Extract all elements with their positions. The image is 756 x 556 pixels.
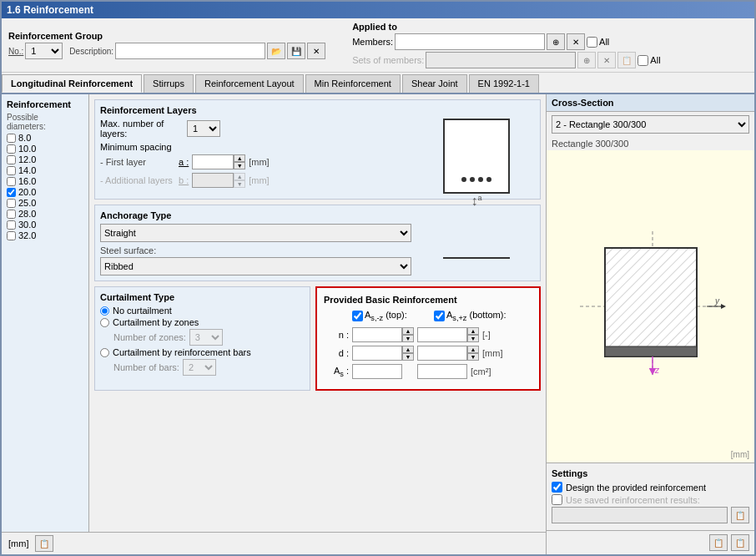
- cross-section-svg: y z: [572, 223, 730, 390]
- steel-surface-select[interactable]: Ribbed Smooth: [100, 257, 411, 275]
- design-label: Design the provided reinforcement: [566, 483, 706, 493]
- d-bottom-down[interactable]: ▼: [467, 353, 479, 361]
- main-content: Reinforcement Possible diameters: 8.010.…: [2, 94, 754, 554]
- diameter-checkbox[interactable]: [7, 210, 16, 219]
- tab-longitudinal[interactable]: Longitudinal Reinforcement: [2, 74, 142, 93]
- members-input[interactable]: 7: [395, 33, 545, 50]
- no-curtailment-radio[interactable]: [100, 306, 109, 316]
- add-layers-label: - Additional layers: [100, 175, 175, 185]
- cross-section-name: Rectangle 300/300: [547, 137, 754, 150]
- num-bars-select[interactable]: 2: [183, 359, 216, 376]
- provided-title: Provided Basic Reinforcement: [324, 295, 532, 305]
- n-bottom-up[interactable]: ▲: [467, 327, 479, 335]
- svg-rect-4: [605, 248, 697, 356]
- anchorage-section: Anchorage Type Straight Hook Loop Steel …: [94, 205, 541, 281]
- saved-results-input[interactable]: [552, 507, 728, 523]
- curtailment-by-bars-radio[interactable]: [100, 348, 109, 357]
- diameter-checkbox[interactable]: [7, 199, 16, 208]
- list-item: 25.0: [7, 198, 83, 208]
- bottom-btn1[interactable]: 📋: [35, 535, 53, 552]
- list-item: 30.0: [7, 220, 83, 230]
- as-top-input[interactable]: 4.62: [352, 364, 402, 379]
- no-label: No.:: [8, 47, 23, 56]
- list-item: 32.0: [7, 230, 83, 240]
- sets-btn1[interactable]: ⊕: [577, 52, 596, 68]
- main-window: 1.6 Reinforcement Reinforcement Group No…: [0, 0, 756, 556]
- list-item: 20.0: [7, 187, 83, 197]
- anchorage-type-select[interactable]: Straight Hook Loop: [100, 224, 411, 242]
- list-item: 12.0: [7, 154, 83, 164]
- tab-en1992[interactable]: EN 1992-1-1: [469, 74, 539, 93]
- diameter-checkbox[interactable]: [7, 144, 16, 154]
- list-item: 10.0: [7, 144, 83, 154]
- save-button[interactable]: 💾: [287, 43, 305, 59]
- sets-input[interactable]: [426, 52, 576, 68]
- n-bottom-down[interactable]: ▼: [467, 335, 479, 342]
- first-layer-a-label: a :: [179, 157, 189, 167]
- tab-shear-joint[interactable]: Shear Joint: [402, 74, 467, 93]
- delete-button[interactable]: ✕: [307, 43, 325, 59]
- bottom-checkbox[interactable]: [434, 311, 445, 321]
- as-unit: [cm²]: [471, 366, 504, 377]
- add-layers-b-input[interactable]: [192, 173, 234, 188]
- n-top-input[interactable]: 3: [352, 327, 402, 342]
- sets-btn3[interactable]: 📋: [617, 52, 636, 68]
- add-layers-b-label: b :: [179, 175, 189, 185]
- cross-section-select[interactable]: 2 - Rectangle 300/300: [552, 115, 749, 134]
- tab-layout[interactable]: Reinforcement Layout: [195, 74, 304, 93]
- saved-results-btn[interactable]: 📋: [731, 507, 749, 523]
- all-checkbox2[interactable]: [638, 55, 648, 66]
- diameter-checkbox[interactable]: [7, 220, 16, 230]
- n-label: n :: [324, 330, 349, 340]
- curtailment-by-zones-radio[interactable]: [100, 318, 109, 327]
- diameter-checkbox[interactable]: [7, 134, 16, 143]
- right-bottom-bar: 📋 📋: [547, 530, 754, 554]
- members-btn1[interactable]: ⊕: [547, 33, 565, 50]
- use-saved-checkbox[interactable]: [552, 494, 562, 505]
- diameter-checkbox[interactable]: [7, 177, 16, 186]
- first-layer-a-up[interactable]: ▲: [234, 154, 245, 162]
- sets-btn2[interactable]: ✕: [597, 52, 616, 68]
- curtailment-by-zones-label: Curtailment by zones: [113, 317, 199, 327]
- open-button[interactable]: 📂: [267, 43, 285, 59]
- right-btn1[interactable]: 📋: [709, 534, 728, 551]
- as-bottom-input[interactable]: 4.62: [417, 364, 467, 379]
- diameter-checkbox[interactable]: [7, 166, 16, 175]
- svg-rect-5: [605, 346, 697, 356]
- d-bottom-input[interactable]: 14.0: [417, 346, 467, 361]
- top-checkbox[interactable]: [352, 311, 363, 321]
- max-layers-select[interactable]: 1 2 3: [187, 120, 220, 137]
- first-layer-a-input[interactable]: 20.0: [192, 154, 234, 169]
- tab-min-reinforcement[interactable]: Min Reinforcement: [305, 74, 401, 93]
- first-layer-a-down[interactable]: ▼: [234, 162, 245, 169]
- diameter-checkbox[interactable]: [7, 231, 16, 240]
- add-layers-b-down[interactable]: ▼: [234, 180, 245, 188]
- settings-title: Settings: [552, 468, 749, 478]
- d-top-up[interactable]: ▲: [402, 346, 414, 353]
- steel-surface-label: Steel surface:: [100, 245, 411, 255]
- tab-stirrups[interactable]: Stirrups: [144, 74, 194, 93]
- n-top-down[interactable]: ▼: [402, 335, 414, 342]
- section-dropdown[interactable]: 2 - Rectangle 300/300: [552, 115, 749, 134]
- diameter-checkbox[interactable]: [7, 155, 16, 164]
- all-checkbox[interactable]: [587, 37, 597, 48]
- design-checkbox[interactable]: [552, 482, 562, 493]
- right-btn2[interactable]: 📋: [731, 534, 749, 551]
- n-bottom-input[interactable]: 3: [417, 327, 467, 342]
- top-label: As,-z (top):: [365, 310, 407, 322]
- d-label: d :: [324, 348, 349, 358]
- d-bottom-up[interactable]: ▲: [467, 346, 479, 353]
- n-top-up[interactable]: ▲: [402, 327, 414, 335]
- diameter-checkbox[interactable]: [7, 188, 16, 197]
- list-item: 16.0: [7, 176, 83, 186]
- d-top-input[interactable]: 14.0: [352, 346, 402, 361]
- no-curtailment-label: No curtailment: [113, 306, 172, 316]
- num-zones-select[interactable]: 3: [189, 329, 223, 346]
- members-label: Members:: [352, 37, 393, 47]
- add-layers-b-up[interactable]: ▲: [234, 173, 245, 180]
- members-btn2[interactable]: ✕: [567, 33, 585, 50]
- no-select[interactable]: 1: [25, 43, 63, 59]
- diameter-value: 30.0: [18, 220, 36, 230]
- description-input[interactable]: [115, 43, 265, 59]
- d-top-down[interactable]: ▼: [402, 353, 414, 361]
